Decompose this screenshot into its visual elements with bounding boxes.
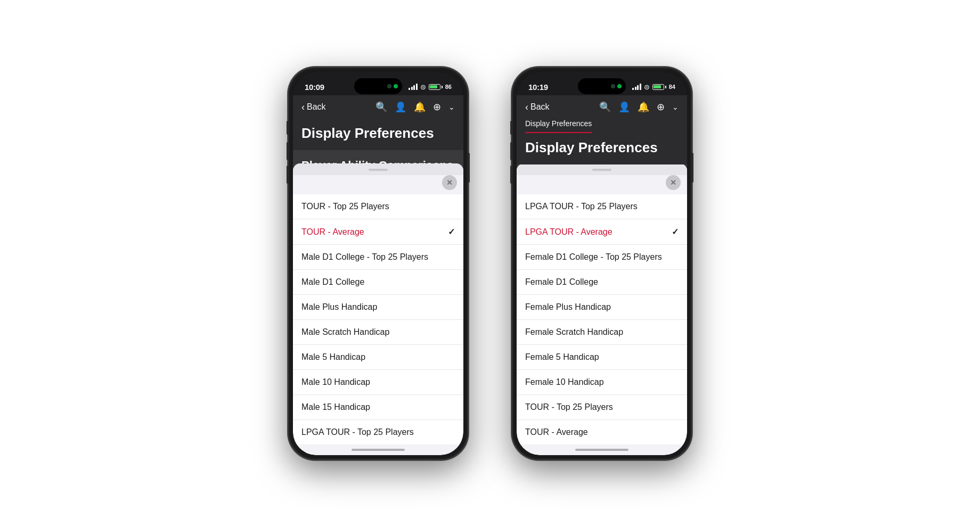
sheet-item-label: Male Plus Handicap [301, 302, 377, 312]
page-header-left: Display Preferences [293, 119, 463, 150]
sheet-item[interactable]: Female 10 Handicap [517, 370, 687, 395]
phone-left: 10:09 ⊜ [288, 67, 469, 460]
person-icon-right[interactable]: 👤 [618, 102, 630, 112]
sheet-item[interactable]: Female D1 College - Top 25 Players [517, 245, 687, 270]
sheet-item-label: Female D1 College [525, 277, 598, 287]
sheet-item-label: TOUR - Top 25 Players [525, 402, 613, 412]
di-dot2 [394, 84, 398, 88]
wifi-icon-right: ⊜ [644, 83, 650, 91]
sheet-item[interactable]: Female 5 Handicap [517, 345, 687, 370]
sheet-handle-area-right [517, 164, 687, 175]
battery-icon [429, 84, 443, 90]
wifi-icon: ⊜ [420, 83, 426, 91]
sheet-item-label: Female 5 Handicap [525, 352, 599, 362]
status-icons-right: ⊜ 84 [632, 83, 675, 91]
sheet-item[interactable]: TOUR - Top 25 Players [517, 395, 687, 420]
plus-icon-left[interactable]: ⊕ [433, 102, 441, 112]
volume-up-button-right [510, 142, 512, 160]
sheet-item[interactable]: LPGA TOUR - Average✓ [517, 219, 687, 245]
search-icon-right[interactable]: 🔍 [599, 102, 611, 112]
back-chevron-left: ‹ [301, 102, 305, 113]
plus-icon-right[interactable]: ⊕ [657, 102, 665, 112]
back-label-right: Back [530, 102, 550, 112]
sheet-item[interactable]: LPGA TOUR - Top 25 Players [293, 420, 463, 444]
battery-icon-right [652, 84, 666, 90]
status-time-left: 10:09 [305, 83, 324, 92]
sheet-item[interactable]: Male 15 Handicap [293, 395, 463, 420]
sheet-item-label: Female 10 Handicap [525, 377, 604, 387]
sheet-handle-left [369, 169, 388, 171]
back-label-left: Back [307, 102, 326, 112]
sheet-item-label: Female D1 College - Top 25 Players [525, 252, 662, 262]
checkmark-icon: ✓ [448, 227, 455, 237]
power-button-right [691, 153, 693, 183]
sheet-item[interactable]: Male Scratch Handicap [293, 320, 463, 345]
battery-level-left: 86 [445, 84, 452, 90]
back-button-right[interactable]: ‹ Back [525, 102, 550, 113]
sheet-item[interactable]: Male D1 College - Top 25 Players [293, 245, 463, 270]
sheet-item[interactable]: TOUR - Average✓ [293, 219, 463, 245]
tab-display-preferences[interactable]: Display Preferences [525, 119, 592, 133]
sheet-item-label: LPGA TOUR - Top 25 Players [525, 202, 638, 211]
sheet-item-label: Female Plus Handicap [525, 302, 611, 312]
phone-screen-right: 10:19 ⊜ [517, 72, 687, 455]
back-chevron-right: ‹ [525, 102, 528, 113]
sheet-item-label: Male 10 Handicap [301, 377, 370, 387]
power-button [468, 153, 470, 183]
volume-down-button-right [510, 166, 512, 184]
sheet-item[interactable]: Female Scratch Handicap [517, 320, 687, 345]
sheet-item-label: Male 5 Handicap [301, 352, 365, 362]
nav-icons-right: 🔍 👤 🔔 ⊕ ⌄ [599, 102, 679, 112]
bottom-sheet-left: ✕ TOUR - Top 25 PlayersTOUR - Average✓Ma… [293, 163, 463, 455]
di-dot3 [611, 84, 615, 88]
bottom-sheet-right: ✕ LPGA TOUR - Top 25 PlayersLPGA TOUR - … [517, 164, 687, 455]
sheet-item-label: TOUR - Top 25 Players [301, 202, 389, 211]
mute-button [287, 121, 289, 135]
sheet-item[interactable]: TOUR - Average [517, 420, 687, 444]
chevron-down-icon-left[interactable]: ⌄ [448, 103, 455, 111]
sheet-item[interactable]: Male D1 College [293, 270, 463, 295]
mute-button-right [510, 121, 512, 135]
di-dot4 [617, 84, 622, 88]
bell-icon-left[interactable]: 🔔 [414, 102, 426, 112]
person-icon-left[interactable]: 👤 [395, 102, 406, 112]
sheet-item-label: Female Scratch Handicap [525, 327, 623, 337]
sheet-item-label: LPGA TOUR - Average [525, 227, 612, 237]
home-indicator-right [517, 444, 687, 455]
sheet-item-label: LPGA TOUR - Top 25 Players [301, 427, 414, 437]
status-bar-right: 10:19 ⊜ [517, 72, 687, 95]
close-button-right[interactable]: ✕ [666, 175, 681, 190]
di-dot1 [387, 84, 391, 88]
sheet-item[interactable]: Male 10 Handicap [293, 370, 463, 395]
tab-bar-right: Display Preferences [517, 119, 687, 133]
sheet-header-right: ✕ [517, 175, 687, 194]
sheet-container-left: Player Ability Comparisons ✕ TOUR - Top … [293, 150, 463, 455]
sheet-item[interactable]: Female D1 College [517, 270, 687, 295]
sheet-item[interactable]: Male 5 Handicap [293, 345, 463, 370]
sheet-handle-right [592, 169, 611, 171]
home-indicator-left [293, 444, 463, 455]
volume-down-button [287, 166, 289, 184]
checkmark-icon: ✓ [672, 227, 679, 237]
sheet-item-label: Male D1 College [301, 277, 364, 287]
nav-icons-left: 🔍 👤 🔔 ⊕ ⌄ [375, 102, 455, 112]
sheet-item-label: Male Scratch Handicap [301, 327, 389, 337]
page-header-right: Display Preferences [517, 133, 687, 164]
sheet-item[interactable]: TOUR - Top 25 Players [293, 194, 463, 219]
sheet-item[interactable]: Male Plus Handicap [293, 295, 463, 320]
signal-icon [409, 84, 418, 90]
bell-icon-right[interactable]: 🔔 [638, 102, 649, 112]
status-bar-left: 10:09 ⊜ [293, 72, 463, 95]
sheet-header-left: ✕ [293, 175, 463, 194]
close-button-left[interactable]: ✕ [442, 175, 457, 190]
sheet-item[interactable]: Female Plus Handicap [517, 295, 687, 320]
sheet-item[interactable]: LPGA TOUR - Top 25 Players [517, 194, 687, 219]
sheet-item-label: TOUR - Average [525, 427, 588, 437]
search-icon-left[interactable]: 🔍 [375, 102, 387, 112]
chevron-down-icon-right[interactable]: ⌄ [672, 103, 679, 111]
phone-right: 10:19 ⊜ [511, 67, 692, 460]
status-icons-left: ⊜ 86 [409, 83, 452, 91]
back-button-left[interactable]: ‹ Back [301, 102, 326, 113]
sheet-item-label: TOUR - Average [301, 227, 364, 237]
dynamic-island-left [354, 78, 402, 94]
